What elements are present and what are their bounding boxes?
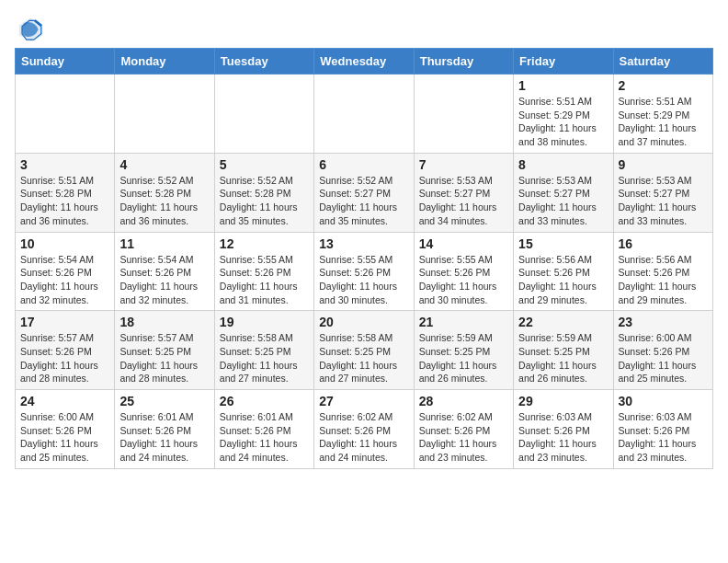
page-header: [15, 15, 713, 44]
day-info: Sunrise: 5:55 AM Sunset: 5:26 PM Dayligh…: [319, 253, 408, 307]
day-info: Sunrise: 5:54 AM Sunset: 5:26 PM Dayligh…: [20, 253, 109, 307]
calendar-cell: 19Sunrise: 5:58 AM Sunset: 5:25 PM Dayli…: [214, 311, 313, 390]
calendar-cell: 6Sunrise: 5:52 AM Sunset: 5:27 PM Daylig…: [314, 153, 414, 232]
calendar-week-1: 1Sunrise: 5:51 AM Sunset: 5:29 PM Daylig…: [16, 75, 713, 154]
calendar-cell: 26Sunrise: 6:01 AM Sunset: 5:26 PM Dayli…: [214, 390, 313, 469]
calendar-cell: 16Sunrise: 5:56 AM Sunset: 5:26 PM Dayli…: [613, 232, 712, 311]
day-number: 26: [220, 394, 309, 408]
calendar-cell: 27Sunrise: 6:02 AM Sunset: 5:26 PM Dayli…: [314, 390, 414, 469]
logo: [15, 15, 48, 44]
calendar-cell: 30Sunrise: 6:03 AM Sunset: 5:26 PM Dayli…: [613, 390, 712, 469]
day-info: Sunrise: 5:55 AM Sunset: 5:26 PM Dayligh…: [419, 253, 508, 307]
weekday-header-friday: Friday: [514, 49, 613, 75]
calendar-cell: [214, 75, 313, 154]
day-number: 21: [419, 315, 508, 329]
day-number: 6: [319, 157, 408, 172]
day-number: 18: [119, 315, 209, 329]
day-info: Sunrise: 5:52 AM Sunset: 5:28 PM Dayligh…: [220, 174, 309, 228]
day-info: Sunrise: 5:53 AM Sunset: 5:27 PM Dayligh…: [419, 174, 508, 228]
day-info: Sunrise: 6:02 AM Sunset: 5:26 PM Dayligh…: [319, 410, 408, 465]
day-number: 9: [619, 157, 708, 172]
day-number: 1: [518, 78, 608, 93]
day-info: Sunrise: 5:55 AM Sunset: 5:26 PM Dayligh…: [220, 253, 309, 307]
day-number: 2: [619, 78, 708, 93]
weekday-header-sunday: Sunday: [16, 49, 115, 75]
calendar-table: SundayMondayTuesdayWednesdayThursdayFrid…: [15, 48, 713, 469]
day-info: Sunrise: 6:00 AM Sunset: 5:26 PM Dayligh…: [619, 331, 708, 385]
calendar-cell: 18Sunrise: 5:57 AM Sunset: 5:25 PM Dayli…: [115, 311, 214, 390]
day-info: Sunrise: 6:03 AM Sunset: 5:26 PM Dayligh…: [619, 410, 708, 465]
day-info: Sunrise: 5:52 AM Sunset: 5:27 PM Dayligh…: [319, 174, 408, 228]
day-number: 3: [20, 157, 109, 172]
calendar-cell: 5Sunrise: 5:52 AM Sunset: 5:28 PM Daylig…: [214, 153, 313, 232]
day-number: 20: [319, 315, 408, 329]
weekday-header-thursday: Thursday: [414, 49, 513, 75]
day-number: 14: [419, 236, 508, 251]
day-number: 7: [419, 157, 508, 172]
day-number: 13: [319, 236, 408, 251]
day-info: Sunrise: 5:52 AM Sunset: 5:28 PM Dayligh…: [119, 174, 209, 228]
calendar-cell: 1Sunrise: 5:51 AM Sunset: 5:29 PM Daylig…: [514, 75, 613, 154]
day-number: 23: [619, 315, 708, 329]
calendar-cell: [115, 75, 214, 154]
day-number: 30: [619, 394, 708, 408]
calendar-cell: 8Sunrise: 5:53 AM Sunset: 5:27 PM Daylig…: [514, 153, 613, 232]
day-number: 27: [319, 394, 408, 408]
calendar-cell: 24Sunrise: 6:00 AM Sunset: 5:26 PM Dayli…: [16, 390, 115, 469]
calendar-cell: 7Sunrise: 5:53 AM Sunset: 5:27 PM Daylig…: [414, 153, 513, 232]
day-info: Sunrise: 5:59 AM Sunset: 5:25 PM Dayligh…: [518, 331, 608, 385]
day-number: 12: [220, 236, 309, 251]
day-info: Sunrise: 5:56 AM Sunset: 5:26 PM Dayligh…: [619, 253, 708, 307]
calendar-cell: 12Sunrise: 5:55 AM Sunset: 5:26 PM Dayli…: [214, 232, 313, 311]
calendar-cell: 2Sunrise: 5:51 AM Sunset: 5:29 PM Daylig…: [613, 75, 712, 154]
calendar-cell: 23Sunrise: 6:00 AM Sunset: 5:26 PM Dayli…: [613, 311, 712, 390]
day-number: 24: [20, 394, 109, 408]
day-number: 11: [119, 236, 209, 251]
day-number: 8: [518, 157, 608, 172]
weekday-header-monday: Monday: [115, 49, 214, 75]
weekday-row: SundayMondayTuesdayWednesdayThursdayFrid…: [16, 49, 713, 75]
day-info: Sunrise: 6:02 AM Sunset: 5:26 PM Dayligh…: [419, 410, 508, 465]
day-number: 29: [518, 394, 608, 408]
calendar-cell: 25Sunrise: 6:01 AM Sunset: 5:26 PM Dayli…: [115, 390, 214, 469]
logo-icon: [15, 15, 44, 44]
calendar-cell: 17Sunrise: 5:57 AM Sunset: 5:26 PM Dayli…: [16, 311, 115, 390]
calendar-week-5: 24Sunrise: 6:00 AM Sunset: 5:26 PM Dayli…: [16, 390, 713, 469]
day-info: Sunrise: 6:00 AM Sunset: 5:26 PM Dayligh…: [20, 410, 109, 465]
calendar-header: SundayMondayTuesdayWednesdayThursdayFrid…: [16, 49, 713, 75]
day-number: 28: [419, 394, 508, 408]
day-number: 10: [20, 236, 109, 251]
day-info: Sunrise: 5:59 AM Sunset: 5:25 PM Dayligh…: [419, 331, 508, 385]
day-info: Sunrise: 5:51 AM Sunset: 5:28 PM Dayligh…: [20, 174, 109, 228]
calendar-cell: 13Sunrise: 5:55 AM Sunset: 5:26 PM Dayli…: [314, 232, 414, 311]
day-number: 5: [220, 157, 309, 172]
calendar-week-2: 3Sunrise: 5:51 AM Sunset: 5:28 PM Daylig…: [16, 153, 713, 232]
weekday-header-wednesday: Wednesday: [314, 49, 414, 75]
calendar-week-3: 10Sunrise: 5:54 AM Sunset: 5:26 PM Dayli…: [16, 232, 713, 311]
day-info: Sunrise: 5:54 AM Sunset: 5:26 PM Dayligh…: [119, 253, 209, 307]
calendar-cell: 21Sunrise: 5:59 AM Sunset: 5:25 PM Dayli…: [414, 311, 513, 390]
calendar-week-4: 17Sunrise: 5:57 AM Sunset: 5:26 PM Dayli…: [16, 311, 713, 390]
weekday-header-tuesday: Tuesday: [214, 49, 313, 75]
day-info: Sunrise: 5:57 AM Sunset: 5:25 PM Dayligh…: [119, 331, 209, 385]
day-number: 15: [518, 236, 608, 251]
calendar-cell: [314, 75, 414, 154]
day-info: Sunrise: 5:56 AM Sunset: 5:26 PM Dayligh…: [518, 253, 608, 307]
day-number: 22: [518, 315, 608, 329]
day-info: Sunrise: 5:51 AM Sunset: 5:29 PM Dayligh…: [619, 95, 708, 149]
day-info: Sunrise: 5:53 AM Sunset: 5:27 PM Dayligh…: [619, 174, 708, 228]
calendar-cell: 4Sunrise: 5:52 AM Sunset: 5:28 PM Daylig…: [115, 153, 214, 232]
calendar-cell: 20Sunrise: 5:58 AM Sunset: 5:25 PM Dayli…: [314, 311, 414, 390]
calendar-body: 1Sunrise: 5:51 AM Sunset: 5:29 PM Daylig…: [16, 75, 713, 469]
day-info: Sunrise: 5:58 AM Sunset: 5:25 PM Dayligh…: [220, 331, 309, 385]
day-info: Sunrise: 5:53 AM Sunset: 5:27 PM Dayligh…: [518, 174, 608, 228]
calendar-cell: [414, 75, 513, 154]
day-number: 25: [119, 394, 209, 408]
day-info: Sunrise: 5:58 AM Sunset: 5:25 PM Dayligh…: [319, 331, 408, 385]
calendar-cell: 3Sunrise: 5:51 AM Sunset: 5:28 PM Daylig…: [16, 153, 115, 232]
calendar-cell: 10Sunrise: 5:54 AM Sunset: 5:26 PM Dayli…: [16, 232, 115, 311]
calendar-cell: [16, 75, 115, 154]
day-number: 4: [119, 157, 209, 172]
calendar-cell: 29Sunrise: 6:03 AM Sunset: 5:26 PM Dayli…: [514, 390, 613, 469]
calendar-cell: 28Sunrise: 6:02 AM Sunset: 5:26 PM Dayli…: [414, 390, 513, 469]
